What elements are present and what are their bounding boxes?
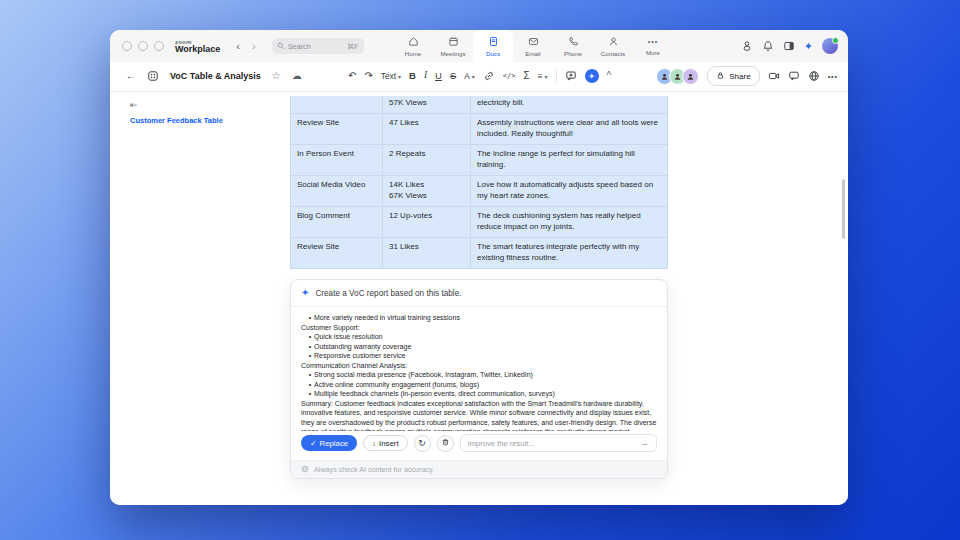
ai-disclaimer-icon — [301, 465, 309, 475]
ai-companion-panel: ✦ Create a VoC report based on this tabl… — [290, 279, 668, 479]
nav-forward-button[interactable]: › — [249, 39, 259, 54]
refresh-icon: ↻ — [418, 438, 426, 448]
user-avatar[interactable] — [822, 38, 838, 54]
text-color-dropdown[interactable]: A ▾ — [464, 71, 475, 81]
side-panel-toggle-icon[interactable] — [783, 40, 795, 52]
table-cell[interactable]: The smart features integrate perfectly w… — [471, 238, 667, 268]
ai-bullet-line: •Strong social media presence (Facebook,… — [301, 370, 657, 380]
undo-button[interactable]: ↶ — [348, 71, 356, 81]
improve-result-field[interactable]: → — [460, 434, 657, 452]
ai-disclaimer-bar: Always check AI content for accuracy. — [291, 460, 667, 478]
table-cell[interactable]: Social Media Video — [291, 176, 383, 206]
table-row[interactable]: Review Site 47 Likes Assembly instructio… — [291, 113, 667, 144]
insert-button[interactable]: ↓ Insert — [363, 435, 407, 451]
alignment-dropdown[interactable]: ≡ ▾ — [538, 71, 548, 81]
insert-link-icon[interactable] — [483, 70, 495, 82]
table-cell[interactable]: 57K Views — [383, 96, 471, 113]
table-cell[interactable]: electricity bill. — [471, 96, 667, 113]
collaborator-avatar[interactable] — [682, 68, 699, 85]
replace-button[interactable]: ✓ Replace — [301, 435, 357, 451]
ai-bullet-line: •Multiple feedback channels (in-person e… — [301, 389, 657, 399]
zoom-workplace-logo: zoom Workplace — [175, 39, 220, 54]
table-cell[interactable]: Blog Comment — [291, 207, 383, 237]
ai-companion-icon[interactable]: ✦ — [804, 41, 813, 52]
text-style-dropdown[interactable]: Text ▾ — [381, 71, 401, 81]
table-cell[interactable]: The deck cushioning system has really he… — [471, 207, 667, 237]
add-comment-icon[interactable] — [565, 70, 577, 82]
ai-companion-button[interactable]: ✦ — [585, 69, 599, 83]
chat-bubble-icon[interactable] — [788, 70, 800, 82]
redo-button[interactable]: ↷ — [364, 71, 372, 81]
app-chrome-bar: zoom Workplace ‹ › Search ⌘F Home Mee — [110, 30, 848, 62]
doc-header-left: ← VoC Table & Analysis ☆ ☁ — [126, 62, 302, 90]
table-row[interactable]: Blog Comment 12 Up-votes The deck cushio… — [291, 206, 667, 237]
chrome-right-icons: ✦ — [741, 30, 838, 62]
submit-arrow-icon[interactable]: → — [640, 438, 649, 448]
table-cell[interactable]: 31 Likes — [383, 238, 471, 268]
more-options-icon[interactable]: ••• — [828, 73, 838, 80]
lock-icon — [716, 71, 725, 82]
formula-button[interactable]: Σ — [524, 71, 530, 81]
tab-more[interactable]: ••• More — [633, 30, 673, 62]
table-cell[interactable]: Love how it automatically adjusts speed … — [471, 176, 667, 206]
ai-action-bar: ✓ Replace ↓ Insert ↻ → — [291, 431, 667, 460]
table-cell[interactable]: 12 Up-votes — [383, 207, 471, 237]
notifications-bell-icon[interactable] — [762, 40, 774, 52]
table-cell[interactable]: Assembly instructions were clear and all… — [471, 114, 667, 144]
table-row[interactable]: Social Media Video 14K Likes 67K Views L… — [291, 175, 667, 206]
tab-docs[interactable]: Docs — [473, 30, 513, 62]
table-cell[interactable]: The incline range is perfect for simulat… — [471, 145, 667, 175]
ai-bullet-line: •Quick issue resolution — [301, 332, 657, 342]
collapse-outline-icon[interactable]: ⇤ — [130, 100, 138, 110]
table-cell[interactable]: Review Site — [291, 114, 383, 144]
trash-icon — [441, 438, 450, 449]
doc-back-button[interactable]: ← — [126, 71, 136, 81]
ai-text-line: Communication Channel Analysis: — [301, 361, 657, 371]
underline-button[interactable]: U — [435, 71, 442, 81]
bold-button[interactable]: B — [409, 71, 416, 81]
table-cell[interactable]: Review Site — [291, 238, 383, 268]
ai-bullet-line: •Active online community engagement (for… — [301, 380, 657, 390]
close-window-button[interactable] — [122, 41, 132, 51]
profile-icon[interactable] — [741, 40, 753, 52]
table-cell[interactable]: 14K Likes 67K Views — [383, 176, 471, 206]
improve-result-input[interactable] — [468, 439, 636, 448]
table-cell[interactable]: 2 Repeats — [383, 145, 471, 175]
tab-home[interactable]: Home — [393, 30, 433, 62]
italic-button[interactable]: I — [424, 71, 427, 81]
table-row[interactable]: In Person Event 2 Repeats The incline ra… — [291, 144, 667, 175]
table-cell[interactable]: In Person Event — [291, 145, 383, 175]
presence-status-dot — [832, 37, 839, 44]
strikethrough-button[interactable]: S — [450, 71, 456, 81]
maximize-window-button[interactable] — [154, 41, 164, 51]
table-row[interactable]: Review Site 31 Likes The smart features … — [291, 237, 667, 268]
tab-phone[interactable]: Phone — [553, 30, 593, 62]
cloud-sync-icon: ☁ — [292, 71, 302, 81]
docs-home-icon[interactable] — [147, 70, 159, 82]
logo-workplace-text: Workplace — [175, 45, 220, 54]
code-block-button[interactable]: </> — [503, 73, 516, 80]
favorite-star-icon[interactable]: ☆ — [272, 71, 281, 81]
outline-item-customer-feedback-table[interactable]: Customer Feedback Table — [130, 116, 223, 125]
ai-prompt-text: Create a VoC report based on this table. — [315, 289, 461, 298]
regenerate-button[interactable]: ↻ — [414, 435, 431, 452]
share-button[interactable]: Share — [707, 66, 759, 86]
table-row[interactable]: 57K Views electricity bill. — [291, 96, 667, 113]
delete-result-button[interactable] — [437, 435, 454, 452]
table-cell[interactable] — [291, 96, 383, 113]
global-search-input[interactable]: Search ⌘F — [272, 38, 364, 54]
ai-generated-content: •More variety needed in virtual training… — [291, 307, 667, 431]
tab-meetings[interactable]: Meetings — [433, 30, 473, 62]
tab-contacts[interactable]: Contacts — [593, 30, 633, 62]
vertical-scrollbar[interactable] — [842, 179, 845, 239]
ai-prompt-header: ✦ Create a VoC report based on this tabl… — [291, 280, 667, 307]
globe-icon[interactable] — [808, 70, 820, 82]
customer-feedback-table[interactable]: 57K Views electricity bill. Review Site … — [290, 96, 668, 269]
search-icon — [277, 42, 285, 50]
minimize-window-button[interactable] — [138, 41, 148, 51]
table-cell[interactable]: 47 Likes — [383, 114, 471, 144]
video-camera-icon[interactable] — [768, 70, 780, 82]
collapse-toolbar-icon[interactable]: ^ — [607, 71, 612, 81]
nav-back-button[interactable]: ‹ — [233, 39, 243, 54]
tab-email[interactable]: Email — [513, 30, 553, 62]
